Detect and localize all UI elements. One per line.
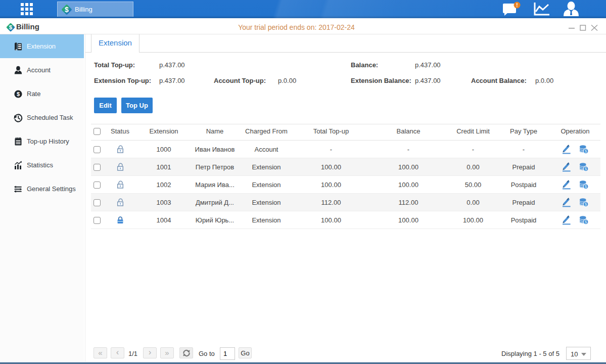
svg-text:!: !	[516, 3, 518, 8]
svg-text:$: $	[65, 6, 69, 14]
svg-text:$: $	[17, 91, 20, 97]
